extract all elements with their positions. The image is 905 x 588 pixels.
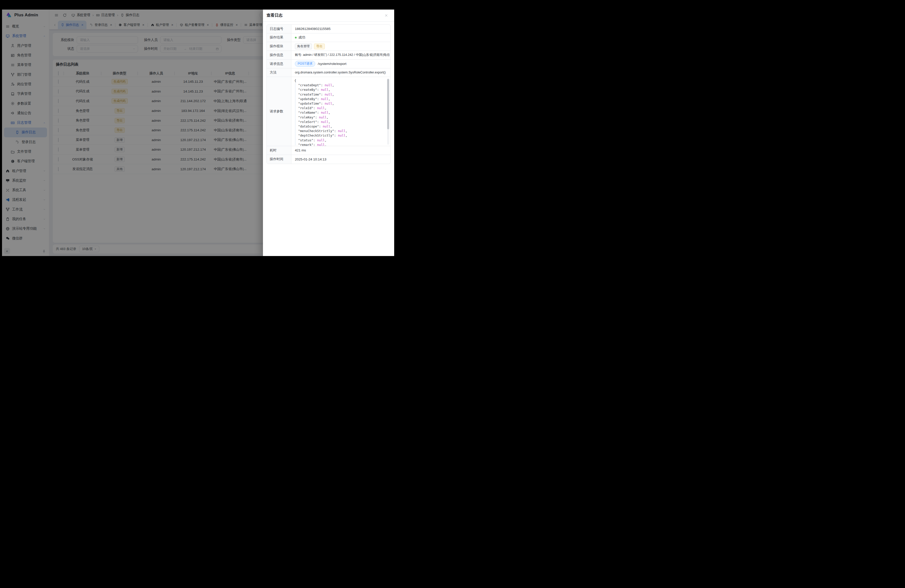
operation-info-value: 账号: admin / 研发部门 / 222.175.114.242 / 中国|…	[291, 51, 391, 59]
json-line: "createTime": null,	[294, 92, 391, 97]
json-line: "createBy": null,	[294, 87, 391, 92]
view-log-drawer: 查看日志 日志编号 1882612840802115585 操作结果 成功 操作…	[263, 10, 394, 256]
json-line: "updateTime": null,	[294, 101, 391, 106]
operation-time-value: 2025-01-24 10:14:13	[291, 155, 391, 164]
json-line: "dataScope": null,	[294, 124, 391, 129]
post-method-badge: POST请求	[295, 61, 315, 67]
field-label: 操作信息	[267, 51, 291, 59]
field-label: 耗时	[267, 146, 291, 155]
drawer-title: 查看日志	[267, 13, 283, 18]
scrollbar-track	[387, 78, 389, 145]
json-line: "remark": null,	[294, 143, 391, 146]
json-line: "menuCheckStrictly": null,	[294, 129, 391, 133]
module-value: 角色管理 导出	[291, 42, 391, 51]
json-line: "updateBy": null,	[294, 97, 391, 101]
action-type-tag: 导出	[314, 43, 325, 49]
indent-guide	[295, 84, 295, 145]
json-line: "status": null,	[294, 138, 391, 143]
duration-value: 421 ms	[291, 146, 391, 155]
json-line: "roleId": null,	[294, 106, 391, 110]
field-label: 请求参数	[267, 77, 291, 146]
field-label: 操作结果	[267, 33, 291, 42]
drawer-header: 查看日志	[263, 10, 394, 22]
json-line: "roleName": null,	[294, 110, 391, 115]
log-id-value: 1882612840802115585	[291, 25, 391, 33]
json-line: {	[294, 78, 391, 83]
app-window: Plus Admin 概览系统管理用户管理角色管理菜单管理部门管理岗位管理字典管…	[2, 10, 394, 256]
module-tag: 角色管理	[295, 43, 312, 49]
scrollbar-thumb[interactable]	[387, 79, 389, 129]
json-code-block: { "createDept": null, "createBy": null, …	[291, 77, 391, 146]
json-lines: { "createDept": null, "createBy": null, …	[294, 78, 391, 146]
field-label: 操作时间	[267, 155, 291, 164]
json-line: "roleSort": null,	[294, 120, 391, 124]
result-text: 成功	[298, 35, 305, 40]
request-info-value: POST请求 /system/role/export	[291, 60, 391, 68]
request-url: /system/role/export	[318, 62, 346, 66]
field-label: 操作模块	[267, 42, 291, 51]
json-line: "roleKey": null,	[294, 115, 391, 120]
json-line: "createDept": null,	[294, 83, 391, 87]
field-label: 方法	[267, 68, 291, 77]
method-value: org.dromara.system.controller.system.Sys…	[291, 68, 391, 77]
result-value: 成功	[291, 33, 391, 42]
request-params-value: { "createDept": null, "createBy": null, …	[291, 77, 391, 146]
json-line: "deptCheckStrictly": null,	[294, 133, 391, 138]
log-detail-table: 日志编号 1882612840802115585 操作结果 成功 操作模块 角色…	[267, 24, 391, 164]
close-icon[interactable]	[384, 14, 388, 17]
field-label: 请求信息	[267, 60, 291, 68]
success-dot-icon	[295, 37, 297, 38]
field-label: 日志编号	[267, 25, 291, 33]
